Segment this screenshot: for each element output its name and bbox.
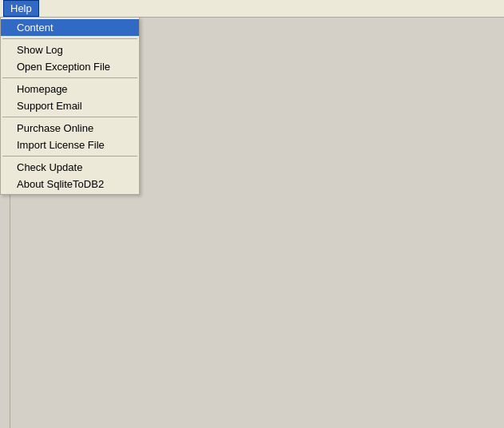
separator-4 bbox=[2, 156, 137, 157]
main-window: Help Content Show Log Open Exception Fil… bbox=[0, 0, 504, 428]
menu-entry-content[interactable]: Content bbox=[1, 19, 139, 36]
menu-entry-homepage[interactable]: Homepage bbox=[1, 81, 139, 97]
menu-entry-open-exception-file[interactable]: Open Exception File bbox=[1, 58, 139, 75]
menu-entry-show-log[interactable]: Show Log bbox=[1, 42, 139, 58]
separator-1 bbox=[2, 38, 137, 39]
menu-entry-check-update[interactable]: Check Update bbox=[1, 159, 139, 176]
separator-3 bbox=[2, 117, 137, 117]
menu-entry-about-sqlitetodb2[interactable]: About SqliteToDB2 bbox=[1, 176, 139, 192]
menu-entry-support-email[interactable]: Support Email bbox=[1, 97, 139, 114]
menu-entry-import-license-file[interactable]: Import License File bbox=[1, 137, 139, 153]
dropdown-menu: Content Show Log Open Exception File Hom… bbox=[0, 18, 140, 195]
menu-item-help[interactable]: Help bbox=[3, 0, 39, 17]
separator-2 bbox=[2, 77, 137, 78]
menu-bar: Help Content Show Log Open Exception Fil… bbox=[0, 0, 504, 18]
menu-entry-purchase-online[interactable]: Purchase Online bbox=[1, 120, 139, 137]
